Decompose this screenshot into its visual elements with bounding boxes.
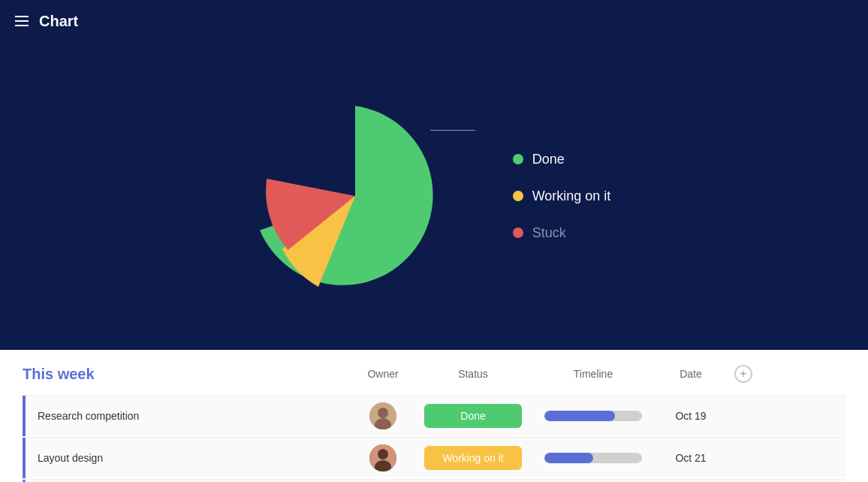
table-row: Finalize budget Stuck Oct 23 — [23, 479, 845, 482]
menu-icon[interactable] — [15, 16, 29, 26]
col-header-status: Status — [413, 368, 533, 380]
row-name-cell: Layout design — [23, 438, 353, 478]
tooltip-line — [430, 130, 475, 131]
col-header-timeline: Timeline — [533, 368, 653, 380]
working-label: Working on it — [532, 188, 611, 204]
legend-item-stuck: Stuck — [513, 225, 611, 241]
avatar — [369, 402, 396, 429]
row-name-cell: Finalize budget — [23, 480, 353, 483]
owner-cell — [353, 444, 413, 471]
avatar — [369, 444, 396, 471]
chart-container: Done Working on it Stuck — [258, 98, 611, 294]
table-row: Layout design Working on it Oct 21 — [23, 437, 845, 477]
col-header-date: Date — [653, 368, 728, 380]
table-header: This week Owner Status Timeline Date + — [23, 365, 845, 383]
owner-cell — [353, 402, 413, 429]
timeline-cell — [533, 453, 653, 463]
table-row: Research competition Done Oct 19 — [23, 395, 845, 435]
app-header: Chart — [0, 0, 868, 42]
timeline-fill — [544, 453, 593, 463]
page-title: Chart — [39, 13, 78, 30]
legend-item-done: Done — [513, 152, 611, 167]
timeline-cell — [533, 411, 653, 421]
svg-point-1 — [378, 408, 388, 418]
legend-item-working: Working on it — [513, 188, 611, 204]
status-badge: Done — [424, 404, 522, 428]
date-cell: Oct 19 — [653, 410, 728, 422]
pie-chart — [258, 98, 453, 294]
row-name-cell: Research competition — [23, 396, 353, 436]
add-column-button[interactable]: + — [734, 365, 752, 383]
row-accent-bar — [23, 480, 26, 483]
section-label: This week — [23, 366, 353, 383]
done-label: Done — [532, 152, 565, 167]
col-header-owner: Owner — [353, 368, 413, 380]
table-section: This week Owner Status Timeline Date + R… — [0, 350, 868, 482]
timeline-bar — [544, 411, 642, 421]
status-cell: Working on it — [413, 446, 533, 470]
status-badge: Working on it — [424, 446, 522, 470]
task-name: Layout design — [26, 452, 103, 464]
stuck-label: Stuck — [532, 225, 566, 241]
working-dot — [513, 191, 523, 201]
timeline-fill — [544, 411, 615, 421]
svg-point-4 — [378, 449, 388, 459]
task-name: Research competition — [26, 410, 139, 422]
status-cell: Done — [413, 404, 533, 428]
chart-legend: Done Working on it Stuck — [513, 152, 611, 241]
timeline-bar — [544, 453, 642, 463]
stuck-dot — [513, 227, 523, 238]
chart-section: Done Working on it Stuck — [0, 42, 868, 350]
date-cell: Oct 21 — [653, 452, 728, 464]
done-dot — [513, 154, 523, 164]
